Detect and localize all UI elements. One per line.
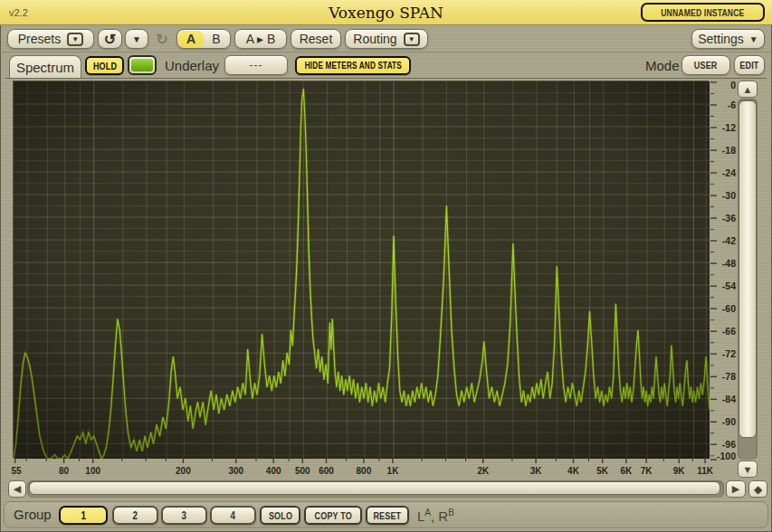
svg-text:0: 0: [730, 81, 736, 90]
h-scrollbar-track[interactable]: [27, 480, 724, 498]
underlay-value: ---: [250, 59, 263, 71]
group-reset-label: RESET: [374, 510, 402, 521]
mode-label: Mode: [645, 58, 680, 73]
mode-user-button[interactable]: USER: [681, 55, 730, 75]
title-bar: v2.2 Voxengo SPAN UNNAMED INSTANCE: [0, 0, 772, 25]
copy-to-label: COPY TO: [314, 510, 351, 521]
mode-edit-button[interactable]: EDIT: [734, 55, 765, 75]
svg-text:2K: 2K: [477, 466, 490, 476]
solo-label: SOLO: [268, 510, 291, 521]
v-scrollbar-thumb[interactable]: [739, 100, 757, 438]
hold-button[interactable]: HOLD: [85, 56, 124, 75]
presets-dropdown-icon[interactable]: ▼: [67, 33, 83, 46]
svg-text:100: 100: [85, 466, 100, 476]
hide-meters-label: HIDE METERS AND STATS: [304, 61, 401, 71]
spectrum-bar: Spectrum HOLD Underlay --- HIDE METERS A…: [0, 52, 772, 78]
left-arrow-icon: ◀: [14, 483, 21, 495]
hold-label: HOLD: [92, 61, 116, 71]
svg-text:9K: 9K: [673, 466, 686, 476]
group-2-label: 2: [133, 509, 138, 522]
group-2-button[interactable]: 2: [112, 506, 158, 525]
plugin-window: v2.2 Voxengo SPAN UNNAMED INSTANCE Prese…: [0, 0, 772, 532]
svg-text:500: 500: [295, 466, 310, 476]
b-button[interactable]: B: [204, 31, 229, 47]
svg-text:400: 400: [266, 466, 281, 476]
group-4-button[interactable]: 4: [210, 506, 256, 525]
solo-button[interactable]: SOLO: [260, 506, 300, 525]
spectrum-tab[interactable]: Spectrum: [9, 55, 81, 78]
svg-text:-90: -90: [722, 416, 736, 427]
presets-label: Presets: [18, 32, 61, 46]
svg-text:1K: 1K: [387, 466, 400, 476]
svg-text:300: 300: [228, 466, 243, 476]
svg-text:-66: -66: [722, 326, 736, 337]
corner-resize-button[interactable]: ◆: [748, 480, 767, 498]
hide-meters-button[interactable]: HIDE METERS AND STATS: [295, 56, 411, 75]
scroll-right-button[interactable]: ▶: [726, 480, 746, 498]
ab-copy-button[interactable]: A ▸ B: [234, 29, 287, 49]
trace-color-swatch-button[interactable]: [128, 55, 157, 75]
svg-text:-48: -48: [722, 258, 736, 269]
presets-button[interactable]: Presets ▼: [7, 29, 94, 49]
reset-button[interactable]: Reset: [291, 29, 341, 49]
svg-text:-78: -78: [722, 371, 736, 382]
channel-r-sup: B: [448, 508, 454, 518]
underlay-select[interactable]: ---: [224, 55, 288, 75]
scroll-down-button[interactable]: ▼: [738, 461, 758, 478]
vignette-overlay: [14, 81, 710, 459]
redo-icon: ↻: [156, 31, 167, 48]
down-arrow-icon: ▼: [743, 464, 753, 475]
instance-button[interactable]: UNNAMED INSTANCE: [641, 3, 765, 22]
svg-text:-36: -36: [722, 213, 736, 223]
scroll-up-button[interactable]: ▲: [738, 81, 758, 98]
ab-copy-label: A ▸ B: [246, 32, 276, 46]
a-button[interactable]: A: [178, 31, 204, 47]
history-dropdown-button[interactable]: ▼: [125, 29, 148, 49]
routing-label: Routing: [353, 32, 396, 46]
svg-text:7K: 7K: [641, 466, 653, 476]
v-scrollbar-track[interactable]: [738, 99, 758, 460]
routing-button[interactable]: Routing ▼: [345, 29, 428, 49]
svg-text:-60: -60: [722, 303, 736, 314]
toolbar: Presets ▼ ↺ ▼ ↻ A B A ▸ B Reset Routing …: [0, 25, 772, 52]
history-dropdown-icon: ▼: [132, 34, 141, 44]
svg-text:200: 200: [176, 466, 191, 476]
svg-text:11K: 11K: [697, 466, 714, 476]
diamond-icon: ◆: [754, 483, 762, 496]
redo-button-disabled: ↻: [151, 29, 173, 49]
svg-text:6K: 6K: [621, 466, 634, 476]
svg-text:55: 55: [11, 466, 22, 476]
mode-user-label: USER: [694, 60, 718, 71]
settings-button[interactable]: Settings ▼: [691, 29, 765, 49]
group-3-button[interactable]: 3: [161, 506, 207, 525]
channel-indicator: LA, RB: [417, 508, 454, 524]
group-1-label: 1: [81, 509, 86, 522]
spectrum-plot[interactable]: [13, 81, 709, 458]
svg-text:-24: -24: [722, 167, 736, 178]
group-3-label: 3: [182, 509, 187, 522]
settings-dropdown-icon: ▼: [749, 34, 758, 44]
ab-toggle: A B: [176, 29, 231, 49]
svg-text:-96: -96: [722, 439, 736, 450]
spectrum-display: 0-6-12-18-24-30-36-42-48-54-60-66-72-78-…: [5, 78, 767, 499]
scroll-left-button[interactable]: ◀: [8, 480, 26, 498]
up-arrow-icon: ▲: [743, 84, 753, 95]
svg-text:-6: -6: [728, 100, 736, 110]
svg-text:-18: -18: [722, 145, 736, 156]
group-1-button[interactable]: 1: [59, 506, 108, 525]
svg-text:-72: -72: [722, 348, 736, 359]
copy-to-button[interactable]: COPY TO: [304, 506, 362, 525]
spectrum-tab-label: Spectrum: [16, 60, 74, 75]
routing-dropdown-icon[interactable]: ▼: [404, 33, 420, 46]
db-scale: 0-6-12-18-24-30-36-42-48-54-60-66-72-78-…: [710, 81, 738, 463]
group-bar: Group 1 2 3 4 SOLO COPY TO RESET LA, RB: [4, 501, 768, 528]
svg-text:-30: -30: [722, 190, 736, 201]
svg-text:-54: -54: [722, 280, 736, 291]
channel-l-sup: A: [424, 508, 431, 518]
settings-label: Settings: [698, 32, 744, 46]
h-scrollbar-thumb[interactable]: [29, 481, 720, 495]
db-scale-svg: 0-6-12-18-24-30-36-42-48-54-60-66-72-78-…: [710, 81, 738, 463]
undo-button[interactable]: ↺: [98, 29, 122, 49]
svg-text:600: 600: [319, 466, 334, 476]
group-reset-button[interactable]: RESET: [366, 506, 409, 525]
